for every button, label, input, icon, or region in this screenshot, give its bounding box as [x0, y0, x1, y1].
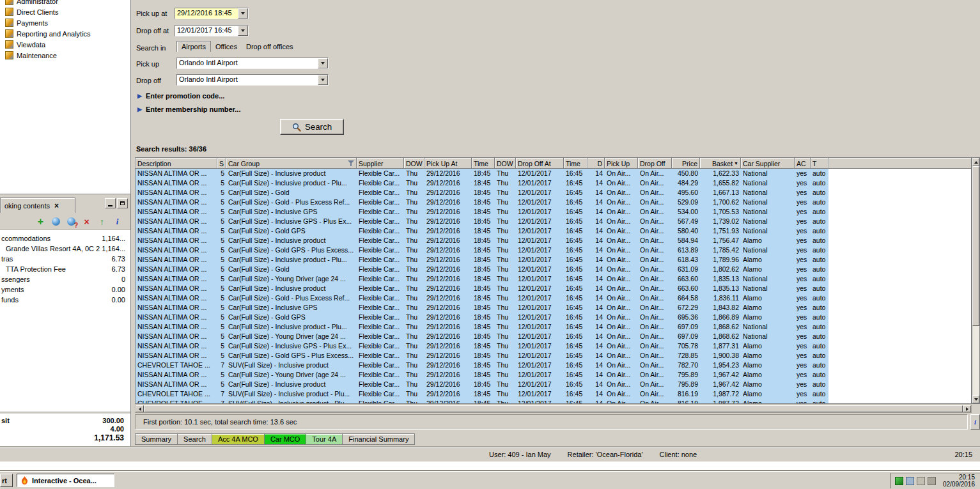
- search-in-tab-airports[interactable]: Airports: [176, 41, 211, 52]
- sidebar-item-viewdata[interactable]: Viewdata: [0, 39, 130, 50]
- column-header-dow-4[interactable]: DOW: [404, 158, 424, 169]
- booking-row-ccommodations[interactable]: ccommodations1,164...: [0, 233, 130, 244]
- result-row[interactable]: CHEVROLET TAHOE ...7SUV(Full Size) - Inc…: [136, 389, 971, 399]
- close-icon[interactable]: ×: [54, 201, 59, 210]
- result-row[interactable]: NISSAN ALTIMA OR ...5Car(Full Size) - Go…: [136, 226, 971, 236]
- tray-clock[interactable]: 20:15 02/09/2016: [943, 474, 975, 488]
- result-row[interactable]: NISSAN ALTIMA OR ...5Car(Full Size) - In…: [136, 322, 971, 332]
- result-row[interactable]: CHEVROLET TAHOE ...7SUV(Full Size) - Inc…: [136, 361, 971, 370]
- start-button[interactable]: rt: [0, 474, 13, 487]
- sidebar-item-maintenance[interactable]: Maintenance: [0, 50, 130, 61]
- upload-icon[interactable]: ↑: [97, 216, 107, 227]
- sidebar-item-payments[interactable]: Payments: [0, 17, 130, 28]
- tab-financial-summary[interactable]: Financial Summary: [343, 433, 415, 445]
- tab-summary[interactable]: Summary: [135, 433, 178, 445]
- membership-number-expander[interactable]: ▶ Enter membership number...: [137, 105, 240, 113]
- search-in-tab-offices[interactable]: Offices: [211, 42, 242, 52]
- hscrollbar-thumb[interactable]: [144, 405, 963, 412]
- booking-row-tras[interactable]: tras6.73: [0, 254, 130, 264]
- result-row[interactable]: NISSAN ALTIMA OR ...5Car(Full Size) - Yo…: [136, 370, 971, 380]
- tab-acc-4a-mco[interactable]: Acc 4A MCO: [212, 433, 265, 445]
- column-header-dow-7[interactable]: DOW: [495, 158, 516, 169]
- column-header-pick-up-at-5[interactable]: Pick Up At: [424, 158, 472, 169]
- result-row[interactable]: NISSAN ALTIMA OR ...5Car(Full Size) - Go…: [136, 198, 971, 207]
- column-header-time-6[interactable]: Time: [472, 158, 495, 169]
- minimize-icon[interactable]: [105, 198, 116, 208]
- column-header-d-10[interactable]: D: [587, 158, 605, 169]
- pickup-at-field[interactable]: 29/12/2016 18:45: [175, 8, 249, 19]
- column-header-ac-16[interactable]: AC: [795, 158, 811, 169]
- pickup-at-dropdown-icon[interactable]: [238, 8, 248, 19]
- tray-keyboard-icon[interactable]: [917, 477, 925, 485]
- table-vertical-scrollbar[interactable]: [972, 157, 980, 404]
- search-in-tab-drop-off-offices[interactable]: Drop off offices: [242, 42, 298, 52]
- tray-network-icon[interactable]: [895, 477, 903, 485]
- globe-help-icon[interactable]: ?: [66, 216, 77, 227]
- result-row[interactable]: NISSAN ALTIMA OR ...5Car(Full Size) - In…: [136, 236, 971, 245]
- column-header-s-1[interactable]: S: [217, 158, 226, 169]
- info-icon[interactable]: i: [970, 414, 980, 430]
- dropoff-combobox[interactable]: Orlando Intl Airport: [176, 74, 329, 86]
- scroll-down-icon[interactable]: [972, 395, 979, 403]
- dropoff-dropdown-icon[interactable]: [318, 75, 328, 85]
- scroll-left-icon[interactable]: [136, 405, 144, 412]
- result-row[interactable]: NISSAN ALTIMA OR ...5Car(Full Size) - Yo…: [136, 332, 971, 341]
- sidebar-item-direct-clients[interactable]: Direct Clients: [0, 6, 130, 17]
- search-button[interactable]: Search: [280, 119, 344, 135]
- result-row[interactable]: NISSAN ALTIMA OR ...5Car(Full Size) - In…: [136, 217, 971, 226]
- column-header-drop-off-at-8[interactable]: Drop Off At: [516, 158, 564, 169]
- scroll-up-icon[interactable]: [972, 158, 979, 166]
- filter-icon[interactable]: [348, 160, 354, 166]
- result-row[interactable]: CHEVROLET TAHOE ...7SUV(Full Size) - Inc…: [136, 399, 971, 404]
- column-header-supplier-3[interactable]: Supplier: [357, 158, 404, 169]
- result-row[interactable]: NISSAN ALTIMA OR ...5Car(Full Size) - Go…: [136, 351, 971, 361]
- promotion-code-expander[interactable]: ▶ Enter promotion code...: [137, 92, 224, 100]
- dropoff-at-dropdown-icon[interactable]: [238, 26, 248, 36]
- column-header-time-9[interactable]: Time: [564, 158, 587, 169]
- delete-icon[interactable]: ×: [81, 216, 92, 227]
- globe-icon[interactable]: [51, 216, 61, 227]
- column-header-description-0[interactable]: Description: [136, 158, 217, 169]
- result-row[interactable]: NISSAN ALTIMA OR ...5Car(Full Size) - In…: [136, 303, 971, 313]
- add-icon[interactable]: +: [35, 216, 46, 227]
- tab-search[interactable]: Search: [178, 433, 212, 445]
- sidebar-item-reporting-and-analytics[interactable]: Reporting and Analytics: [0, 28, 130, 39]
- result-row[interactable]: NISSAN ALTIMA OR ...5Car(Full Size) - Go…: [136, 245, 971, 255]
- column-header-t-17[interactable]: T: [811, 158, 828, 169]
- result-row[interactable]: NISSAN ALTIMA OR ...5Car(Full Size) - In…: [136, 207, 971, 217]
- info-icon[interactable]: i: [112, 216, 123, 227]
- result-row[interactable]: NISSAN ALTIMA OR ...5Car(Full Size) - Go…: [136, 188, 971, 198]
- booking-row-tta-protection-fee[interactable]: TTA Protection Fee6.73: [0, 264, 130, 274]
- result-row[interactable]: NISSAN ALTIMA OR ...5Car(Full Size) - In…: [136, 341, 971, 351]
- result-row[interactable]: NISSAN ALTIMA OR ...5Car(Full Size) - Yo…: [136, 274, 971, 284]
- dropoff-at-field[interactable]: 12/01/2017 16:45: [175, 25, 249, 36]
- pickup-combobox[interactable]: Orlando Intl Airport: [176, 58, 329, 69]
- result-row[interactable]: NISSAN ALTIMA OR ...5Car(Full Size) - Go…: [136, 313, 971, 322]
- table-horizontal-scrollbar[interactable]: [135, 405, 972, 413]
- result-row[interactable]: NISSAN ALTIMA OR ...5Car(Full Size) - In…: [136, 169, 971, 178]
- restore-icon[interactable]: [117, 198, 128, 208]
- result-row[interactable]: NISSAN ALTIMA OR ...5Car(Full Size) - Go…: [136, 265, 971, 274]
- tab-car-mco[interactable]: Car MCO: [265, 433, 306, 445]
- column-header-drop-off-12[interactable]: Drop Off: [638, 158, 672, 169]
- result-row[interactable]: NISSAN ALTIMA OR ...5Car(Full Size) - In…: [136, 284, 971, 293]
- booking-row-yments[interactable]: yments0.00: [0, 284, 130, 295]
- result-row[interactable]: NISSAN ALTIMA OR ...5Car(Full Size) - In…: [136, 178, 971, 188]
- tray-volume-icon[interactable]: [928, 477, 936, 485]
- booking-row-ssengers[interactable]: ssengers0: [0, 274, 130, 284]
- tray-display-icon[interactable]: [906, 477, 914, 485]
- booking-row-funds[interactable]: funds0.00: [0, 295, 130, 305]
- scrollbar-thumb[interactable]: [972, 166, 979, 326]
- column-header-car-supplier-15[interactable]: Car Supplier: [741, 158, 795, 169]
- sidebar-item-administrator[interactable]: Administrator: [0, 0, 130, 6]
- result-row[interactable]: NISSAN ALTIMA OR ...5Car(Full Size) - Go…: [136, 293, 971, 303]
- scroll-right-icon[interactable]: [963, 405, 971, 412]
- taskbar-app-button[interactable]: Interactive - Ocea...: [17, 474, 114, 487]
- result-row[interactable]: NISSAN ALTIMA OR ...5Car(Full Size) - In…: [136, 380, 971, 389]
- column-header-car-group-2[interactable]: Car Group: [226, 158, 357, 169]
- pickup-dropdown-icon[interactable]: [318, 58, 328, 68]
- column-header-price-13[interactable]: Price: [672, 158, 700, 169]
- column-header-pick-up-11[interactable]: Pick Up: [605, 158, 638, 169]
- tab-tour-4a[interactable]: Tour 4A: [306, 433, 343, 445]
- booking-row-grande-villas-resort-4a-0c-2[interactable]: Grande Villas Resort 4A, 0C 21,164...: [0, 244, 130, 254]
